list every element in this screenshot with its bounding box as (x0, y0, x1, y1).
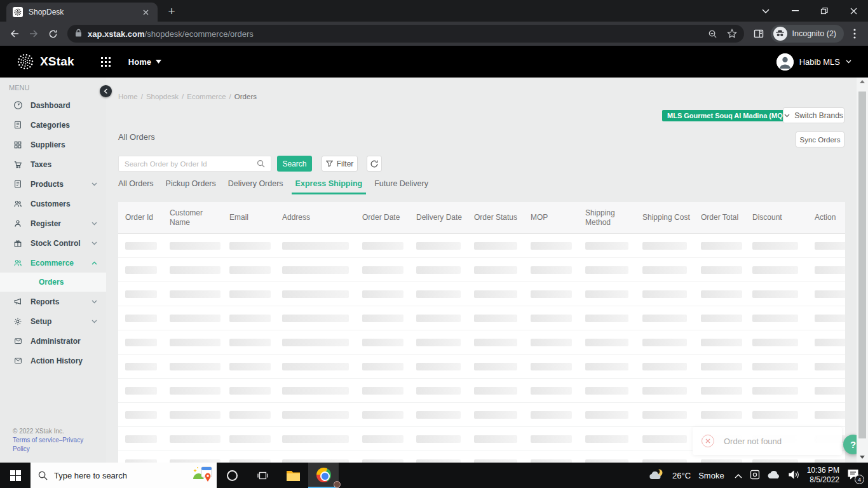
sidebar-item-categories[interactable]: Categories (0, 115, 106, 135)
refresh-button[interactable] (367, 156, 382, 172)
volume-icon[interactable] (789, 470, 799, 481)
weather-moon-cloud-icon[interactable] (649, 468, 665, 482)
sidebar-item-ecommerce[interactable]: Ecommerce (0, 253, 106, 273)
window-minimize-button[interactable] (780, 0, 810, 22)
breadcrumb-item[interactable]: Shopdesk (146, 93, 179, 100)
help-button[interactable]: ? (843, 435, 857, 454)
order-search-field[interactable] (118, 156, 271, 172)
taskbar-search-input[interactable] (54, 471, 186, 480)
browser-tabstrip: ShopDesk + (0, 0, 868, 22)
skeleton-bar (170, 411, 220, 419)
sidebar-collapse-button[interactable] (100, 85, 112, 97)
switch-brands-button[interactable]: Switch Brands (783, 107, 844, 123)
skeleton-bar (229, 363, 271, 370)
tab-search-chevron-icon[interactable] (751, 0, 780, 22)
column-header-mop: MOP (531, 213, 585, 222)
app-grid-icon[interactable] (101, 57, 111, 67)
sync-orders-button[interactable]: Sync Orders (796, 132, 844, 147)
bookmark-star-icon[interactable] (724, 25, 740, 42)
file-explorer-icon[interactable] (278, 463, 308, 488)
xstak-logo[interactable]: XStak (17, 53, 74, 71)
side-panel-icon[interactable] (749, 24, 768, 43)
window-close-button[interactable] (839, 0, 868, 22)
tab-express-shipping[interactable]: Express Shipping (295, 179, 363, 194)
scrollbar-thumb[interactable] (858, 92, 866, 438)
sidebar-item-action-history[interactable]: Action History (0, 351, 106, 370)
task-view-icon[interactable] (247, 463, 278, 488)
zoom-page-icon[interactable] (705, 25, 721, 42)
skeleton-bar (474, 435, 517, 443)
tab-all-orders[interactable]: All Orders (118, 179, 154, 194)
user-menu[interactable]: Habib MLS (776, 53, 851, 71)
sidebar-item-label: Customers (31, 200, 71, 208)
sidebar-item-taxes[interactable]: Taxes (0, 154, 106, 174)
tab-pickup-orders[interactable]: Pickup Orders (166, 179, 216, 194)
breadcrumb-item[interactable]: Home (118, 93, 138, 100)
onedrive-cloud-icon[interactable] (768, 470, 781, 481)
skeleton-bar (125, 290, 157, 298)
back-button[interactable] (5, 24, 24, 43)
incognito-badge[interactable]: Incognito (2) (771, 25, 844, 43)
sidebar-item-reports[interactable]: Reports (0, 292, 106, 311)
browser-menu-icon[interactable] (846, 24, 863, 43)
sidebar-item-dashboard[interactable]: Dashboard (0, 95, 106, 115)
chrome-taskbar-icon[interactable] (308, 463, 339, 488)
tab-close-icon[interactable] (140, 6, 151, 18)
sidebar-item-suppliers[interactable]: Suppliers (0, 135, 106, 154)
skeleton-bar (815, 242, 845, 250)
skeleton-bar (815, 339, 845, 346)
breadcrumb-item[interactable]: Ecommerce (187, 93, 226, 100)
start-button[interactable] (0, 463, 31, 488)
sidebar-item-setup[interactable]: Setup (0, 311, 106, 331)
page-scrollbar[interactable] (857, 78, 868, 463)
cortana-icon[interactable] (217, 463, 247, 488)
sidebar-item-label: Dashboard (31, 101, 71, 110)
column-header-shipping-cost: Shipping Cost (642, 213, 701, 222)
meet-now-icon[interactable] (750, 470, 760, 482)
sidebar-item-label: Products (31, 180, 64, 189)
sidebar-item-customers[interactable]: Customers (0, 194, 106, 214)
home-label: Home (128, 57, 151, 67)
taskbar-clock[interactable]: 10:36 PM 8/5/2022 (807, 466, 839, 485)
taskbar-search[interactable] (31, 463, 217, 488)
breadcrumb-item[interactable]: Orders (234, 93, 257, 100)
sidebar-item-stock-control[interactable]: Stock Control (0, 233, 106, 253)
action-center-icon[interactable]: 4 (847, 469, 863, 482)
reload-button[interactable] (43, 24, 62, 43)
address-bar[interactable]: xap.xstak.com/shopdesk/ecommerce/orders (67, 25, 744, 43)
search-button[interactable]: Search (277, 156, 312, 172)
skeleton-bar (125, 387, 157, 395)
new-tab-button[interactable]: + (163, 3, 180, 20)
temperature-label[interactable]: 26°C (672, 471, 691, 480)
widgets-weather-icon[interactable] (193, 465, 214, 485)
user-name: Habib MLS (799, 57, 840, 67)
sidebar-nav: DashboardCategoriesSuppliersTaxesProduct… (0, 95, 106, 370)
search-input[interactable] (125, 160, 253, 168)
sidebar-subitem-orders[interactable]: Orders (0, 273, 106, 292)
filter-button[interactable]: Filter (322, 156, 358, 172)
scroll-up-arrow-icon[interactable] (857, 80, 868, 83)
sidebar-item-products[interactable]: Products (0, 174, 106, 194)
tray-expand-chevron-icon[interactable] (735, 471, 742, 480)
tab-delivery-orders[interactable]: Delivery Orders (228, 179, 283, 194)
home-menu[interactable]: Home (128, 57, 161, 67)
tab-future-delivery[interactable]: Future Delivery (374, 179, 428, 194)
browser-tab[interactable]: ShopDesk (6, 3, 158, 22)
sidebar-item-register[interactable]: Register (0, 214, 106, 233)
window-restore-button[interactable] (810, 0, 839, 22)
search-icon (257, 159, 265, 168)
terms-link[interactable]: Terms of service (13, 437, 59, 444)
skeleton-bar (362, 363, 403, 370)
skeleton-bar (642, 315, 687, 322)
skeleton-bar (282, 411, 349, 419)
skeleton-bar (585, 315, 628, 322)
skeleton-bar (416, 459, 461, 463)
sidebar-item-administrator[interactable]: Administrator (0, 331, 106, 351)
weather-condition-label[interactable]: Smoke (698, 471, 724, 480)
skeleton-bar (642, 290, 687, 298)
skeleton-bar (642, 435, 687, 443)
scroll-down-arrow-icon[interactable] (857, 456, 868, 459)
skeleton-bar (170, 266, 220, 274)
skeleton-bar (531, 363, 572, 370)
forward-button[interactable] (24, 24, 43, 43)
